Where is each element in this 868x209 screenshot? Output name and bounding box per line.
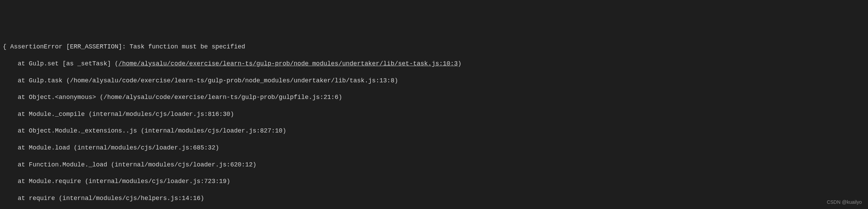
error-header: { AssertionError [ERR_ASSERTION]: Task f… [3,43,865,51]
stack-frame: at Module.load (internal/modules/cjs/loa… [3,144,865,152]
stack-at-text: at Object.<anonymous> (/home/alysalu/cod… [3,94,342,101]
stack-at-text: at Module.load (internal/modules/cjs/loa… [3,144,219,151]
watermark: CSDN @kuailyo [827,199,862,206]
stack-frame: at Object.Module._extensions..js (intern… [3,127,865,135]
error-message: AssertionError [ERR_ASSERTION]: Task fun… [10,43,245,50]
stack-at-text: at require (internal/modules/cjs/helpers… [3,195,204,202]
stack-frame: at require (internal/modules/cjs/helpers… [3,194,865,202]
stack-frame: at Function.Module._load (internal/modul… [3,161,865,169]
stack-frame: at Gulp.task (/home/alysalu/code/exercis… [3,76,865,85]
stack-at-text: at Module.require (internal/modules/cjs/… [3,178,230,185]
stack-at-text: at Module._compile (internal/modules/cjs… [3,111,234,118]
stack-close: ) [458,60,462,67]
stack-at-text: at Function.Module._load (internal/modul… [3,161,257,168]
stack-frame: at Gulp.set [as _setTask] (/home/alysalu… [3,60,865,68]
stack-path-link[interactable]: /home/alysalu/code/exercise/learn-ts/gul… [118,60,458,67]
stack-at-text: at Object.Module._extensions..js (intern… [3,127,286,134]
stack-frame: at Object.<anonymous> (/home/alysalu/cod… [3,93,865,101]
stack-frame: at Module._compile (internal/modules/cjs… [3,110,865,118]
stack-at-text: at Gulp.task (/home/alysalu/code/exercis… [3,77,398,84]
stack-frame: at Module.require (internal/modules/cjs/… [3,177,865,185]
stack-at-text: at Gulp.set [as _setTask] ( [3,60,118,67]
brace-open: { [3,43,10,50]
terminal-output: { AssertionError [ERR_ASSERTION]: Task f… [3,34,865,209]
